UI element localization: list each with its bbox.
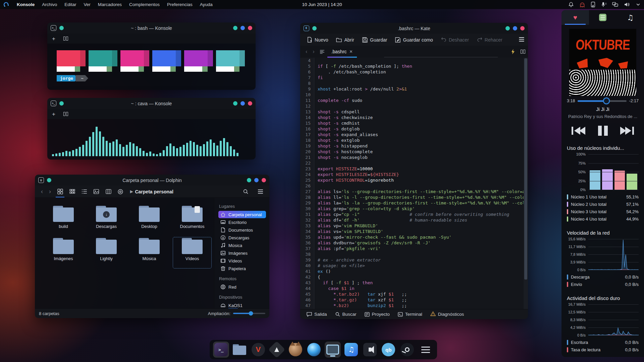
place-escritorio[interactable]: Escritorio (218, 219, 266, 226)
split-columns-icon[interactable] (103, 187, 113, 196)
split-view-icon[interactable] (63, 112, 68, 116)
notifications-bell-icon[interactable] (568, 2, 574, 7)
terminal-pane-button[interactable]: Terminal (395, 310, 425, 318)
breadcrumb[interactable]: ▶ Carpeta personal (130, 189, 173, 194)
tab-playlist[interactable] (589, 10, 616, 25)
menu-hamburger-icon[interactable] (255, 187, 265, 196)
volume-icon[interactable] (624, 2, 630, 7)
konsole-bash-titlebar[interactable]: >_ ~ : bash — Konsole (47, 22, 256, 34)
dock-item-orb-app[interactable] (306, 342, 322, 358)
minimize-button[interactable] (247, 178, 251, 182)
folder-documentos[interactable]: Documentos (172, 204, 212, 237)
folder-desktop[interactable]: Desktop (129, 204, 169, 237)
folder-build[interactable]: build (44, 204, 83, 237)
split-view-icon[interactable] (521, 50, 525, 54)
folder-descargas[interactable]: ↓Descargas (87, 204, 126, 237)
microphone-icon[interactable] (601, 2, 607, 7)
menubar-item-marcadores[interactable]: Marcadores (98, 2, 122, 7)
maximize-button[interactable] (240, 26, 245, 30)
redo-button[interactable]: Rehacer (474, 36, 506, 44)
save-button[interactable]: Guardar (359, 36, 390, 44)
konsole-cava-titlebar[interactable]: >_ ~ : cava — Konsole (47, 98, 256, 109)
menubar-item-preferencias[interactable]: Preferencias (167, 2, 193, 7)
previous-track-button[interactable] (572, 127, 585, 135)
place-m-sica[interactable]: Música (218, 242, 266, 249)
maximize-button[interactable] (240, 101, 245, 106)
maximize-button[interactable] (513, 26, 517, 31)
split-view-icon[interactable] (63, 37, 68, 41)
folder-vídeos[interactable]: Vídeos (172, 237, 212, 269)
place-v-deos[interactable]: Vídeos (218, 257, 266, 264)
menubar-item-complementos[interactable]: Complementos (129, 2, 160, 7)
dock-item-music-player[interactable]: ♫ (343, 342, 360, 358)
tab-bashrc[interactable]: .bashrc ✕ (327, 46, 357, 58)
dock-item-audio-app[interactable] (362, 342, 378, 358)
new-file-button[interactable]: Nuevo (304, 36, 331, 44)
project-pane-button[interactable]: Proyecto (362, 310, 393, 318)
code-editor[interactable]: 4567891011121314151617181920212223242526… (300, 58, 528, 309)
document-list-icon[interactable] (317, 47, 327, 56)
close-button[interactable] (248, 101, 252, 106)
dock-item-inkscape[interactable] (269, 342, 285, 358)
menubar-item-ayuda[interactable]: Ayuda (200, 2, 213, 7)
menubar-item-ver[interactable]: Ver (84, 2, 91, 7)
quick-open-lightning-icon[interactable] (511, 49, 515, 54)
clipboard-icon[interactable] (591, 2, 595, 7)
back-icon[interactable]: ‹ (39, 188, 45, 195)
dolphin-titlebar[interactable]: ▤ Carpeta personal — Dolphin (35, 175, 269, 186)
tab-forward-icon[interactable]: › (310, 49, 317, 55)
place-im-genes[interactable]: Imágenes (218, 249, 266, 257)
editor-scrollbar[interactable] (524, 58, 528, 309)
close-button[interactable] (520, 26, 525, 31)
forward-icon[interactable]: › (47, 188, 53, 195)
pause-button[interactable] (598, 126, 608, 136)
new-tab-icon[interactable]: + (52, 111, 55, 117)
dock-item-qbittorrent[interactable]: qb (381, 342, 397, 358)
compact-view-icon[interactable] (67, 187, 77, 196)
displays-icon[interactable] (612, 2, 619, 7)
seek-slider[interactable] (578, 100, 626, 102)
minimize-button[interactable] (233, 101, 237, 106)
maximize-button[interactable] (254, 178, 259, 182)
dock-item-vivaldi-browser[interactable]: V (250, 342, 266, 358)
zoom-slider[interactable] (233, 313, 265, 314)
next-track-button[interactable] (620, 127, 634, 135)
folder-música[interactable]: Música (129, 237, 169, 269)
new-tab-icon[interactable]: + (52, 36, 55, 42)
dock-item-file-manager[interactable] (232, 342, 248, 358)
details-view-icon[interactable] (79, 187, 89, 196)
folder-lightly[interactable]: Lightly (87, 237, 126, 269)
preview-toggle-icon[interactable] (115, 187, 125, 196)
undo-button[interactable]: Deshacer (438, 36, 472, 44)
preview-image-icon[interactable] (91, 187, 101, 196)
output-pane-button[interactable]: Salida (304, 310, 330, 318)
dock-item-plasma-desktop[interactable] (325, 342, 341, 358)
dock-item-app-menu[interactable] (418, 342, 434, 358)
dock-item-konsole[interactable]: >_ (213, 342, 229, 358)
diagnostics-pane-button[interactable]: Diagnósticos (427, 310, 467, 318)
minimize-button[interactable] (233, 26, 237, 30)
pacman-ghost-icon[interactable] (579, 2, 585, 8)
tab-back-icon[interactable]: ‹ (303, 49, 310, 55)
tab-music[interactable]: ♫ (616, 10, 644, 25)
place-descargas[interactable]: Descargas (218, 234, 266, 241)
menubar-item-editar[interactable]: Editar (64, 2, 76, 7)
open-file-button[interactable]: Abrir (333, 36, 358, 44)
device-kaos1[interactable]: KaOS1 (218, 302, 266, 308)
save-as-button[interactable]: Guardar como (392, 36, 436, 44)
menubar-item-archivo[interactable]: Archivo (42, 2, 57, 7)
search-pane-button[interactable]: Buscar (332, 310, 360, 318)
kate-titlebar[interactable]: K .bashrc — Kate (300, 23, 528, 34)
place-documentos[interactable]: Documentos (218, 226, 266, 234)
close-button[interactable] (248, 26, 252, 30)
search-icon[interactable] (240, 187, 251, 196)
close-button[interactable] (262, 178, 266, 182)
kate-menu-hamburger-icon[interactable] (519, 37, 525, 43)
icons-view-icon[interactable] (55, 187, 65, 196)
dock-item-steam[interactable] (399, 342, 415, 358)
place-carpeta-personal[interactable]: Carpeta personal (218, 211, 266, 218)
remote-red[interactable]: Red (218, 283, 266, 291)
tab-close-icon[interactable]: ✕ (350, 49, 353, 54)
place-papelera[interactable]: Papelera (218, 265, 266, 272)
minimize-button[interactable] (505, 26, 510, 31)
